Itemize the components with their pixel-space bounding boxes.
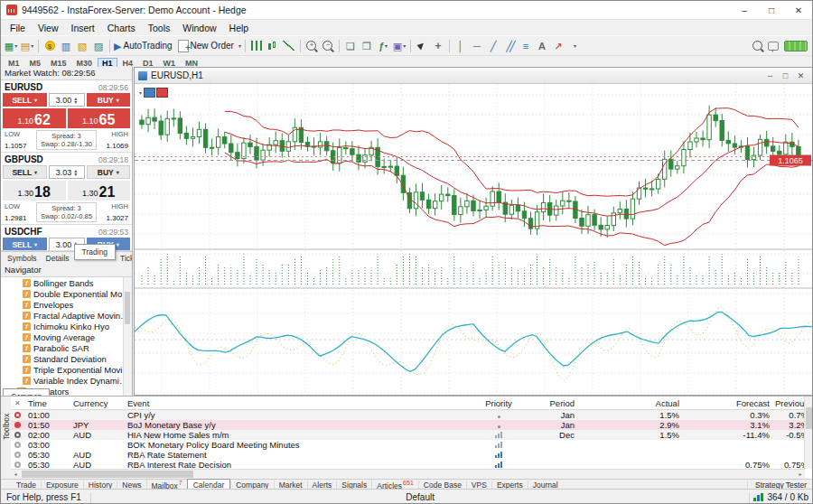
navigator-item[interactable]: fIchimoku Kinko Hyo [1, 321, 132, 331]
toolbox-tab-company[interactable]: Company [230, 481, 273, 490]
column-header-actual[interactable]: Actual [580, 398, 685, 408]
chart-restore-button[interactable]: □ [778, 71, 793, 80]
cascade-windows-icon[interactable]: ❐ [360, 38, 374, 53]
search-icon[interactable] [750, 38, 764, 53]
stepper-arrows-icon[interactable]: ▴▾ [74, 169, 77, 176]
scroll-right-icon[interactable]: ▸ [796, 470, 805, 479]
sell-price[interactable]: 1.3018 [3, 181, 66, 201]
calendar-event-row[interactable]: 01:00CPI y/yJan1.5%0.3%0.7% [11, 410, 813, 420]
toolbox-tab-exposure[interactable]: Exposure [41, 481, 83, 490]
scroll-left-icon[interactable]: ◂ [11, 470, 20, 479]
chart-title-bar[interactable]: EURUSD,H1 – □ ✕ [135, 68, 812, 84]
navigator-item[interactable]: fTriple Exponential Moving Average [1, 364, 132, 375]
toolbox-tab-journal[interactable]: Journal [528, 481, 563, 490]
toolbox-close-icon[interactable]: ✕ [11, 399, 25, 407]
vertical-line-tool-icon[interactable]: │ [453, 38, 468, 53]
navigator-item[interactable]: fMoving Average [1, 331, 132, 342]
cursor-tool-icon[interactable] [415, 38, 429, 53]
one-click-trading-badge[interactable]: ▾ [139, 88, 168, 98]
market-watch-tab-details[interactable]: Details [42, 253, 74, 264]
market-watch-tab-symbols[interactable]: Symbols [3, 253, 42, 264]
menu-window[interactable]: Window [176, 22, 222, 34]
sell-button[interactable]: SELL▾ [3, 238, 47, 251]
minimize-button[interactable]: – [731, 1, 758, 19]
sell-button[interactable]: SELL▾ [3, 165, 47, 179]
channel-tool-icon[interactable]: ╱╱ [502, 38, 517, 53]
column-header-currency[interactable]: Currency [70, 398, 125, 408]
toolbox-tab-experts[interactable]: Experts [491, 481, 528, 490]
menu-tools[interactable]: Tools [142, 22, 177, 34]
buy-button[interactable]: BUY▾ [87, 165, 131, 179]
strategy-tester-label[interactable]: Strategy Tester [747, 481, 813, 490]
price-chart[interactable]: ▾ 1.1065 [135, 84, 812, 395]
zoom-out-icon[interactable]: − [321, 38, 335, 53]
market-watch-tab-ticks[interactable]: Ticks [116, 253, 133, 264]
fibonacci-tool-icon[interactable]: ≡ [519, 38, 533, 53]
status-profile[interactable]: Default [400, 492, 440, 502]
chart-close-button[interactable]: ✕ [793, 71, 808, 80]
toolbox-tab-trade[interactable]: Trade [12, 481, 41, 490]
menu-file[interactable]: File [4, 22, 32, 34]
menu-charts[interactable]: Charts [101, 22, 142, 34]
community-icon[interactable] [766, 38, 780, 53]
chart-bars-icon[interactable] [249, 38, 264, 53]
stepper-arrows-icon[interactable]: ▴▾ [74, 97, 77, 104]
buy-price[interactable]: 1.3021 [68, 181, 131, 201]
crosshair-tool-icon[interactable]: + [431, 38, 445, 53]
calendar-event-row[interactable]: 02:00AUDHIA New Home Sales m/mDec1.5%-11… [11, 430, 813, 440]
column-header-time[interactable]: Time [25, 398, 70, 408]
calendar-vertical-scrollbar[interactable] [804, 397, 813, 469]
column-header-period[interactable]: Period [519, 398, 580, 408]
calendar-event-row[interactable]: 03:00BOK Monetary Policy Board Meeting M… [11, 440, 813, 450]
calendar-header-row[interactable]: ✕TimeCurrencyEventPriorityPeriodActualFo… [11, 397, 813, 410]
navigator-toggle-icon[interactable]: ▧ [75, 38, 89, 53]
market-watch-symbol-gbpusd[interactable]: GBPUSD08:29:18SELL▾3.03▴▾BUY▾1.30181.302… [1, 153, 132, 225]
volume-stepper[interactable]: 3.03▴▾ [49, 165, 85, 179]
toolbox-tab-signals[interactable]: Signals [336, 481, 371, 490]
arrows-tool-icon[interactable]: ↗ [551, 38, 565, 53]
menu-view[interactable]: View [32, 22, 65, 34]
buy-price[interactable]: 1.1065 [68, 108, 131, 128]
toolbox-tab-alerts[interactable]: Alerts [307, 481, 337, 490]
calendar-event-row[interactable]: 05:30AUDRBA Rate Statement [11, 450, 813, 460]
scrollbar-thumb[interactable] [125, 292, 130, 324]
market-watch-symbol-eurusd[interactable]: EURUSD08:29:56SELL▾3.00▴▾BUY▾1.10621.106… [1, 80, 132, 153]
profiles-icon[interactable]: ▤▾ [20, 38, 34, 53]
volume-stepper[interactable]: 3.00▴▾ [49, 93, 85, 107]
horizontal-line-tool-icon[interactable]: ─ [470, 38, 484, 53]
toolbox-tab-history[interactable]: History [83, 481, 117, 490]
navigator-tab-common[interactable]: Common [3, 388, 50, 396]
objects-list-icon[interactable]: ▣▾ [392, 38, 406, 53]
more-tools-icon[interactable]: ▾ [567, 38, 582, 53]
trendline-tool-icon[interactable]: ╱ [486, 38, 500, 53]
toolbox-tab-market[interactable]: Market [274, 481, 307, 490]
navigator-item[interactable]: fStandard Deviation [1, 353, 132, 364]
column-header-forecast[interactable]: Forecast [685, 398, 775, 408]
toolbox-tab-code-base[interactable]: Code Base [418, 481, 466, 490]
new-chart-icon[interactable]: ▦▾ [4, 38, 18, 53]
column-header-event[interactable]: Event [125, 398, 479, 408]
navigator-scrollbar[interactable] [123, 277, 132, 396]
navigator-item[interactable]: fParabolic SAR [1, 342, 132, 353]
close-button[interactable]: ✕ [785, 1, 812, 19]
sell-button[interactable]: SELL▾ [3, 93, 47, 107]
toolbox-tab-vps[interactable]: VPS [466, 481, 491, 490]
toolbox-tab-news[interactable]: News [117, 481, 145, 490]
sell-price[interactable]: 1.1062 [3, 108, 66, 128]
navigator-item[interactable]: fBollinger Bands [1, 277, 132, 288]
scrollbar-thumb[interactable] [22, 471, 193, 478]
navigator-item[interactable]: fVariable Index Dynamic Average [1, 375, 132, 386]
maximize-button[interactable]: □ [758, 1, 785, 19]
tile-windows-icon[interactable]: ❏ [343, 38, 358, 53]
market-watch-icon[interactable]: $ [42, 38, 57, 53]
autotrading-button[interactable]: ▶AutoTrading [114, 38, 176, 53]
new-order-button[interactable]: New Order▾ [178, 38, 241, 53]
menu-help[interactable]: Help [223, 22, 256, 34]
scrollbar-thumb[interactable] [806, 407, 812, 429]
data-window-icon[interactable]: ▥ [59, 38, 73, 53]
indicators-list-icon[interactable]: ƒ▾ [376, 38, 390, 53]
navigator-item[interactable]: fDouble Exponential Moving Average [1, 288, 132, 299]
text-tool-icon[interactable]: A [535, 38, 549, 53]
toolbox-toggle-icon[interactable]: ▨ [91, 38, 106, 53]
column-header-priority[interactable]: Priority [479, 398, 519, 408]
